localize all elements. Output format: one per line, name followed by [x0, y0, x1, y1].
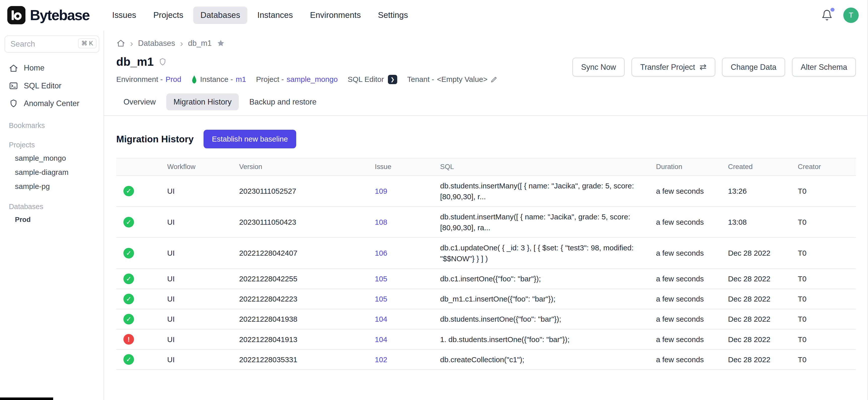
issue-link[interactable]: 102	[375, 354, 387, 365]
table-row[interactable]: ✓ UI 20221228041938 104 db.students.inse…	[116, 309, 856, 330]
project-link[interactable]: sample_mongo	[287, 75, 338, 84]
cell-sql: db.student.insertMany([ { name: "Jacika"…	[434, 207, 649, 237]
cell-created: 13:08	[721, 207, 791, 237]
cell-sql: db_m1.c1.insertOne({"foo": "bar"});	[434, 289, 649, 309]
status-success-icon: ✓	[123, 294, 134, 304]
topnav-item-environments[interactable]: Environments	[303, 6, 368, 24]
cell-version: 20230111050423	[232, 207, 368, 237]
issue-link[interactable]: 105	[375, 294, 387, 304]
topnav-item-instances[interactable]: Instances	[250, 6, 300, 24]
issue-link[interactable]: 108	[375, 217, 387, 227]
mongodb-leaf-icon	[191, 75, 197, 84]
cell-workflow: UI	[160, 330, 232, 349]
establish-baseline-button[interactable]: Establish new baseline	[204, 130, 296, 149]
cell-creator: T0	[791, 269, 856, 289]
cell-duration: a few seconds	[649, 207, 721, 237]
issue-link[interactable]: 109	[375, 186, 387, 196]
change-data-button[interactable]: Change Data	[722, 58, 785, 76]
topnav-item-projects[interactable]: Projects	[146, 6, 190, 24]
breadcrumb-db-m1: db_m1	[188, 39, 212, 48]
table-row[interactable]: ✓ UI 20230111052527 109 db.students.inse…	[116, 176, 856, 207]
tab-backup-and-restore[interactable]: Backup and restore	[242, 93, 324, 110]
environment-link[interactable]: Prod	[165, 75, 181, 84]
cell-version: 20221228042255	[232, 269, 368, 289]
transfer-icon: ⇄	[700, 63, 707, 71]
top-header: Bytebase IssuesProjectsDatabasesInstance…	[0, 0, 868, 30]
cell-duration: a few seconds	[649, 269, 721, 289]
sidebar-item-anomaly-center[interactable]: Anomaly Center	[4, 95, 99, 112]
tenant-value: <Empty Value>	[437, 75, 488, 84]
table-row[interactable]: ! UI 20221228041913 104 1. db.students.i…	[116, 330, 856, 350]
instance-link[interactable]: m1	[236, 75, 246, 84]
issue-link[interactable]: 104	[375, 334, 387, 345]
meta-tenant: Tenant - <Empty Value>	[407, 75, 498, 84]
cell-created: Dec 28 2022	[721, 269, 791, 289]
avatar[interactable]: T	[843, 7, 859, 23]
table-row[interactable]: ✓ UI 20221228042407 106 db.c1.updateOne(…	[116, 238, 856, 269]
cell-sql: db.students.insertMany([ { name: "Jacika…	[434, 176, 649, 206]
status-success-icon: ✓	[123, 354, 134, 365]
chevron-right-icon: ›	[180, 39, 183, 48]
topnav-item-issues[interactable]: Issues	[105, 6, 143, 24]
cell-version: 20221228041913	[232, 330, 368, 349]
bytebase-app: Bytebase IssuesProjectsDatabasesInstance…	[0, 0, 868, 400]
tab-migration-history[interactable]: Migration History	[166, 93, 239, 110]
sql-editor-icon: ❯	[388, 75, 397, 84]
page-actions: Sync NowTransfer Project⇄Change DataAlte…	[572, 58, 856, 84]
meta-environment: Environment - Prod	[116, 75, 181, 84]
table-row[interactable]: ✓ UI 20221228042223 105 db_m1.c1.insertO…	[116, 289, 856, 309]
transfer-project-button[interactable]: Transfer Project⇄	[631, 58, 715, 76]
col-created: Created	[721, 158, 791, 175]
notifications-button[interactable]	[821, 9, 833, 21]
topnav-item-databases[interactable]: Databases	[193, 6, 247, 24]
cell-creator: T0	[791, 207, 856, 237]
home-icon	[9, 63, 18, 73]
topnav: IssuesProjectsDatabasesInstancesEnvironm…	[105, 6, 415, 24]
sidebar-project-sample-diagram[interactable]: sample-diagram	[4, 165, 99, 179]
search-box: ⌘ K	[4, 35, 99, 53]
cell-duration: a few seconds	[649, 309, 721, 329]
table-row[interactable]: ✓ UI 20221228042255 105 db.c1.insertOne(…	[116, 269, 856, 289]
environment-label: Environment -	[116, 75, 163, 84]
sidebar-item-sql-editor[interactable]: SQL Editor	[4, 77, 99, 94]
issue-link[interactable]: 106	[375, 248, 387, 258]
sync-now-button[interactable]: Sync Now	[572, 58, 625, 76]
table-row[interactable]: ✓ UI 20221228035331 102 db.createCollect…	[116, 350, 856, 370]
topnav-item-settings[interactable]: Settings	[371, 6, 415, 24]
sidebar-project-sample-pg[interactable]: sample-pg	[4, 179, 99, 193]
breadcrumb: › Databases › db_m1	[116, 39, 856, 48]
table-row[interactable]: ✓ UI 20230111050423 108 db.student.inser…	[116, 207, 856, 238]
terminal-icon	[9, 81, 18, 90]
cell-created: Dec 28 2022	[721, 309, 791, 329]
cell-created: Dec 28 2022	[721, 350, 791, 369]
sql-editor-link[interactable]: SQL Editor ❯	[348, 75, 397, 84]
tab-overview[interactable]: Overview	[116, 93, 163, 110]
issue-link[interactable]: 105	[375, 273, 387, 284]
col-creator: Creator	[791, 158, 856, 175]
tenant-label: Tenant -	[407, 75, 434, 84]
issue-link[interactable]: 104	[375, 314, 387, 325]
alter-schema-button[interactable]: Alter Schema	[792, 58, 856, 76]
cell-sql: db.students.insertOne({"foo": "bar"});	[434, 309, 649, 329]
cell-workflow: UI	[160, 350, 232, 369]
col-duration: Duration	[649, 158, 721, 175]
breadcrumb-databases[interactable]: Databases	[138, 39, 175, 48]
cell-duration: a few seconds	[649, 176, 721, 206]
cell-version: 20221228042407	[232, 238, 368, 268]
section-title: Migration History	[116, 134, 194, 145]
col-workflow: Workflow	[160, 158, 232, 175]
cell-workflow: UI	[160, 269, 232, 289]
bytebase-logo[interactable]: Bytebase	[7, 6, 90, 25]
home-icon[interactable]	[116, 39, 125, 48]
sidebar-database-prod[interactable]: Prod	[4, 213, 99, 226]
cell-sql: db.c1.updateOne( { _id: 3 }, [ { $set: {…	[434, 238, 649, 268]
migration-history-section: Migration History Establish new baseline…	[116, 116, 856, 370]
project-label: Project -	[256, 75, 284, 84]
sidebar-item-home[interactable]: Home	[4, 59, 99, 77]
sidebar: ⌘ K Home SQL Editor Anomaly Center	[0, 30, 104, 400]
star-icon[interactable]	[217, 39, 225, 48]
sidebar-project-sample-mongo[interactable]: sample_mongo	[4, 151, 99, 165]
edit-pencil-icon[interactable]	[490, 75, 498, 83]
meta-project: Project - sample_mongo	[256, 75, 338, 84]
cell-duration: a few seconds	[649, 330, 721, 349]
